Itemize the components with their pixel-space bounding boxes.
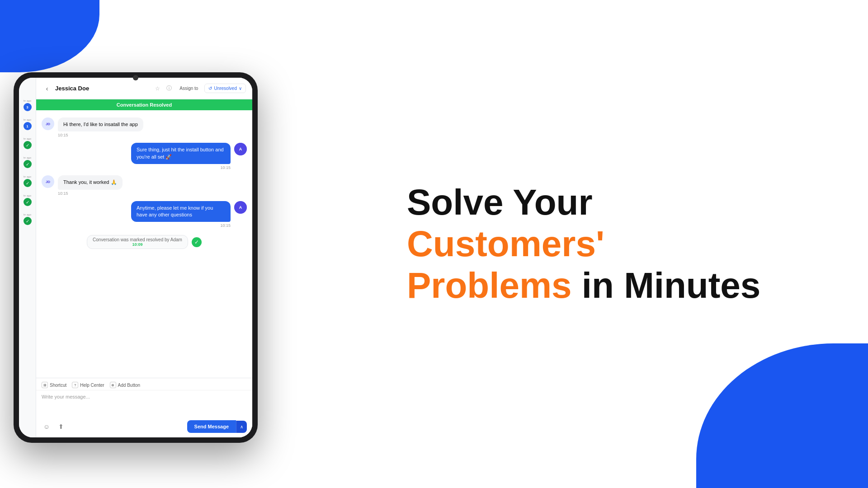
sidebar-check-green: ✓ [24, 198, 32, 206]
sidebar-time: hr ago [24, 137, 31, 140]
sidebar-time: hr ago [24, 156, 31, 159]
avatar: JD [42, 175, 54, 188]
input-icons: ☺ ⬆ [42, 422, 66, 432]
bubble-incoming: Hi there, I'd like to insatall the app 1… [58, 117, 143, 137]
marketing-line-2: Problems in Minutes [407, 265, 769, 306]
resolved-banner: Conversation Resolved [36, 99, 252, 110]
sidebar-check-green: ✓ [24, 141, 32, 149]
message-bubble: Anytime, please let me know if you have … [131, 201, 231, 222]
sidebar-check-green: ✓ [24, 160, 32, 168]
message-time: 10:15 [131, 165, 231, 170]
send-button-group[interactable]: Send Message ∧ [187, 420, 247, 433]
sidebar-item[interactable]: hr ago ✓ [19, 153, 36, 172]
right-section: Solve Your Customers' Problems in Minute… [271, 0, 868, 488]
sidebar-check-green: ✓ [24, 217, 32, 225]
sidebar-item[interactable]: hr ago ✓ [19, 210, 36, 229]
header-actions: ☆ ⓘ Assign to ↺ Unresolved ∨ [153, 84, 246, 93]
resolved-check-icon: ✓ [192, 237, 202, 247]
marketing-line-1: Solve Your Customers' [407, 182, 769, 265]
marketing-text-highlight1: Customers' [407, 224, 604, 264]
sidebar-check-green: ✓ [24, 179, 32, 187]
input-area: ⊞ Shortcut ? Help Center ⊕ Add Button Wr… [36, 378, 252, 437]
unresolved-label: Unresolved [214, 86, 237, 91]
sidebar-item[interactable]: hr ago ✓ [19, 191, 36, 210]
chat-header: ‹ Jessica Doe ☆ ⓘ Assign to ↺ Unresolved… [36, 78, 252, 99]
bubble-outgoing: Anytime, please let me know if you have … [131, 201, 231, 228]
help-center-button[interactable]: ? Help Center [72, 382, 104, 388]
bubble-outgoing: Sure thing, just hit the install button … [131, 143, 231, 170]
add-button-button[interactable]: ⊕ Add Button [110, 382, 140, 388]
message-input-placeholder: Write your message... [36, 390, 252, 418]
message-row-outgoing: A Sure thing, just hit the install butto… [42, 143, 247, 170]
help-icon: ? [72, 382, 78, 388]
resolved-status-text: Conversation was marked resolved by Adam… [87, 235, 188, 249]
message-time: 10:15 [131, 223, 231, 228]
message-row-incoming: JD Thank you, it worked 🙏 10:15 [42, 175, 247, 195]
send-message-button[interactable]: Send Message [187, 420, 236, 433]
assign-button[interactable]: Assign to [177, 85, 201, 92]
agent-avatar: A [234, 201, 247, 214]
sidebar-badge-blue: 3 [24, 103, 32, 111]
input-toolbar: ⊞ Shortcut ? Help Center ⊕ Add Button [36, 378, 252, 390]
input-footer: ☺ ⬆ Send Message ∧ [36, 418, 252, 437]
tablet-screen: hr ago 3 hr ago 1 hr ago ✓ hr ago ✓ hr a… [19, 78, 252, 437]
message-row-outgoing: A Anytime, please let me know if you hav… [42, 201, 247, 228]
chat-title: Jessica Doe [55, 85, 150, 92]
sidebar-item[interactable]: hr ago ✓ [19, 172, 36, 191]
message-time: 10:15 [58, 191, 123, 196]
messages-area: JD Hi there, I'd like to insatall the ap… [36, 110, 252, 378]
tablet-device: hr ago 3 hr ago 1 hr ago ✓ hr ago ✓ hr a… [14, 72, 258, 443]
sidebar-item[interactable]: hr ago 1 [19, 115, 36, 134]
message-bubble: Hi there, I'd like to insatall the app [58, 117, 143, 131]
sidebar-item[interactable]: hr ago ✓ [19, 134, 36, 153]
sidebar-time: hr ago [24, 99, 31, 102]
shortcut-button[interactable]: ⊞ Shortcut [42, 382, 66, 388]
marketing-text-part1: Solve Your [407, 182, 593, 222]
chat-sidebar: hr ago 3 hr ago 1 hr ago ✓ hr ago ✓ hr a… [19, 78, 36, 437]
add-icon: ⊕ [110, 382, 116, 388]
bubble-incoming: Thank you, it worked 🙏 10:15 [58, 175, 123, 195]
marketing-text: Solve Your Customers' Problems in Minute… [407, 182, 769, 306]
left-section: hr ago 3 hr ago 1 hr ago ✓ hr ago ✓ hr a… [0, 0, 271, 488]
info-icon[interactable]: ⓘ [165, 84, 173, 93]
message-bubble: Sure thing, just hit the install button … [131, 143, 231, 164]
help-label: Help Center [80, 383, 104, 388]
send-dropdown-button[interactable]: ∧ [236, 421, 247, 433]
tablet-camera [133, 75, 138, 80]
sidebar-time: hr ago [24, 213, 31, 216]
shortcut-icon: ⊞ [42, 382, 48, 388]
marketing-text-part2: in Minutes [572, 265, 761, 305]
sidebar-item[interactable]: hr ago 3 [19, 96, 36, 115]
message-bubble: Thank you, it worked 🙏 [58, 175, 123, 189]
avatar: JD [42, 117, 54, 130]
message-time: 10:15 [58, 133, 143, 137]
star-icon[interactable]: ☆ [153, 84, 161, 93]
attachment-icon[interactable]: ⬆ [56, 422, 66, 432]
agent-avatar-inner: A [234, 201, 247, 214]
marketing-text-highlight2: Problems [407, 265, 572, 305]
chat-main: ‹ Jessica Doe ☆ ⓘ Assign to ↺ Unresolved… [36, 78, 252, 437]
resolved-status-row: Conversation was marked resolved by Adam… [42, 233, 247, 251]
shortcut-label: Shortcut [50, 383, 66, 388]
sidebar-time: hr ago [24, 118, 31, 121]
back-button[interactable]: ‹ [42, 84, 52, 93]
sidebar-badge-blue: 1 [24, 122, 32, 130]
agent-avatar-inner: A [234, 143, 247, 155]
sidebar-time: hr ago [24, 194, 31, 197]
unresolved-icon: ↺ [208, 86, 212, 91]
dropdown-icon: ∨ [239, 86, 242, 91]
message-row-incoming: JD Hi there, I'd like to insatall the ap… [42, 117, 247, 137]
unresolved-button[interactable]: ↺ Unresolved ∨ [204, 84, 246, 93]
add-label: Add Button [118, 383, 140, 388]
emoji-icon[interactable]: ☺ [42, 422, 52, 432]
agent-avatar: A [234, 143, 247, 155]
sidebar-time: hr ago [24, 175, 31, 178]
